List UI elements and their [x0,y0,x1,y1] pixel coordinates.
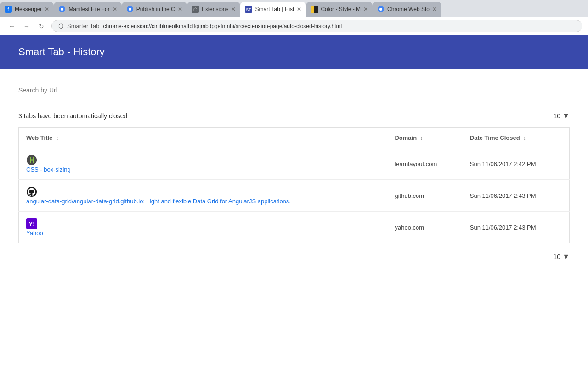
tab-smarttab-close-icon[interactable]: ✕ [297,6,301,12]
forward-button[interactable]: → [20,20,33,33]
svg-point-5 [129,8,131,11]
tab-messenger-label: Messenger [15,6,42,12]
per-page-dropdown-arrow-bottom: ▼ [562,253,570,261]
table-body: CSS - box-sizing learnlayout.com Sun 11/… [19,148,570,243]
tab-publish[interactable]: Publish in the C ✕ [122,2,187,17]
row1-domain: learnlayout.com [395,161,437,167]
tab-manifest-label: Manifest File For [68,6,109,12]
row2-domain: github.com [395,192,424,199]
per-page-value-bottom: 10 [554,253,561,260]
tab-colorstyle-close-icon[interactable]: ✕ [363,6,368,12]
row3-domain-cell: yahoo.com [387,212,462,243]
refresh-button[interactable]: ↻ [35,20,48,33]
tab-smarttab-label: Smart Tab | Hist [255,6,294,12]
table-row: CSS - box-sizing learnlayout.com Sun 11/… [19,148,570,180]
page-header: Smart Tab - History [0,35,588,69]
tab-messenger-close-icon[interactable]: ✕ [45,6,49,12]
tab-chromewebstore-close-icon[interactable]: ✕ [432,6,437,12]
svg-rect-11 [314,6,318,13]
manifest-favicon-icon [58,6,66,13]
row2-datetime-cell: Sun 11/06/2017 2:43 PM [463,180,570,212]
row1-title-link[interactable]: CSS - box-sizing [26,166,71,173]
search-input[interactable] [18,83,570,98]
tab-smarttab[interactable]: ST Smart Tab | Hist ✕ [240,2,306,17]
row3-domain: yahoo.com [395,224,424,231]
row2-domain-cell: github.com [387,180,462,212]
tab-bar: f Messenger ✕ Manifest File For ✕ Publis… [0,0,588,17]
svg-text:Y!: Y! [29,220,35,227]
history-table: Web Title ↕ Domain ↕ Date Time Closed ↕ [18,127,570,243]
col-domain-label: Domain [395,134,417,141]
extensions-favicon-icon: ⬡ [192,6,199,13]
col-datetime[interactable]: Date Time Closed ↕ [463,128,570,148]
address-input-container: ⬡ Smarter Tab chrome-extension://ciniblm… [51,20,582,32]
row2-favicon-row [26,186,380,197]
svg-text:f: f [8,7,9,12]
svg-point-15 [30,159,33,161]
tab-publish-label: Publish in the C [136,6,175,12]
page-content: 3 tabs have been automatically closed 10… [0,69,588,284]
tab-messenger[interactable]: f Messenger ✕ [0,2,54,17]
tab-extensions-close-icon[interactable]: ✕ [231,6,236,12]
svg-rect-10 [311,6,314,13]
row3-favicon-row: Y! [26,218,380,229]
bottom-pagination: 10 ▼ [18,243,570,270]
chromewebstore-favicon-icon [377,6,384,13]
extension-puzzle-icon: ⬡ [58,23,63,29]
row2-datetime: Sun 11/06/2017 2:43 PM [470,192,536,199]
per-page-value-top: 10 [554,112,561,120]
row3-title-cell: Y! Yahoo [19,212,388,243]
col-domain[interactable]: Domain ↕ [387,128,462,148]
row2-title-link[interactable]: angular-data-grid/angular-data-grid.gith… [26,198,291,205]
row1-domain-cell: learnlayout.com [387,148,462,180]
github-favicon-icon [26,186,37,197]
col-web-title[interactable]: Web Title ↕ [19,128,388,148]
messenger-favicon-icon: f [5,6,12,13]
address-url[interactable]: chrome-extension://ciniblmeolkmaffcffgij… [103,23,342,29]
col-web-title-sort-icon: ↕ [56,135,59,141]
row1-datetime: Sun 11/06/2017 2:42 PM [470,161,536,167]
nav-controls: ← → ↻ [6,20,48,33]
tab-chromewebstore[interactable]: Chrome Web Sto ✕ [373,2,441,17]
table-header: Web Title ↕ Domain ↕ Date Time Closed ↕ [19,128,570,148]
publish-favicon-icon [126,6,134,13]
per-page-select-bottom[interactable]: 10 ▼ [554,253,570,261]
tab-extensions[interactable]: ⬡ Extensions ✕ [187,2,241,17]
search-container [18,83,570,98]
row3-datetime-cell: Sun 11/06/2017 2:43 PM [463,212,570,243]
svg-point-13 [379,8,382,11]
row1-favicon-row [26,155,380,166]
learnlayout-favicon-icon [26,155,37,166]
back-button[interactable]: ← [6,20,18,33]
row3-datetime: Sun 11/06/2017 2:43 PM [470,224,536,231]
col-domain-sort-icon: ↕ [420,135,423,141]
per-page-select-top[interactable]: 10 ▼ [554,112,570,120]
extension-name-label: Smarter Tab [67,23,100,29]
row1-datetime-cell: Sun 11/06/2017 2:42 PM [463,148,570,180]
svg-text:⬡: ⬡ [193,7,197,12]
tab-colorstyle-label: Color - Style - M [321,6,361,12]
smarttab-favicon-icon: ST [245,6,252,13]
table-row: angular-data-grid/angular-data-grid.gith… [19,180,570,212]
col-datetime-label: Date Time Closed [470,134,520,141]
row3-title-link[interactable]: Yahoo [26,230,43,236]
tab-publish-close-icon[interactable]: ✕ [178,6,182,12]
row1-title-cell: CSS - box-sizing [19,148,388,180]
table-row: Y! Yahoo yahoo.com Sun 11/06/2017 2:43 P… [19,212,570,243]
tab-chromewebstore-label: Chrome Web Sto [387,6,430,12]
summary-text: 3 tabs have been automatically closed [18,112,127,120]
address-bar: ← → ↻ ⬡ Smarter Tab chrome-extension://c… [0,17,588,35]
tab-colorstyle[interactable]: Color - Style - M ✕ [306,2,373,17]
summary-row: 3 tabs have been automatically closed 10… [18,112,570,120]
col-datetime-sort-icon: ↕ [523,135,526,141]
col-web-title-label: Web Title [26,134,52,141]
yahoo-favicon-icon: Y! [26,218,37,229]
svg-text:ST: ST [246,7,252,12]
per-page-dropdown-arrow-top: ▼ [562,112,570,120]
tab-extensions-label: Extensions [202,6,229,12]
colorstyle-favicon-icon [311,6,318,13]
svg-point-3 [61,8,63,11]
tab-manifest[interactable]: Manifest File For ✕ [54,2,121,17]
tab-manifest-close-icon[interactable]: ✕ [113,6,117,12]
page-title: Smart Tab - History [18,46,105,58]
